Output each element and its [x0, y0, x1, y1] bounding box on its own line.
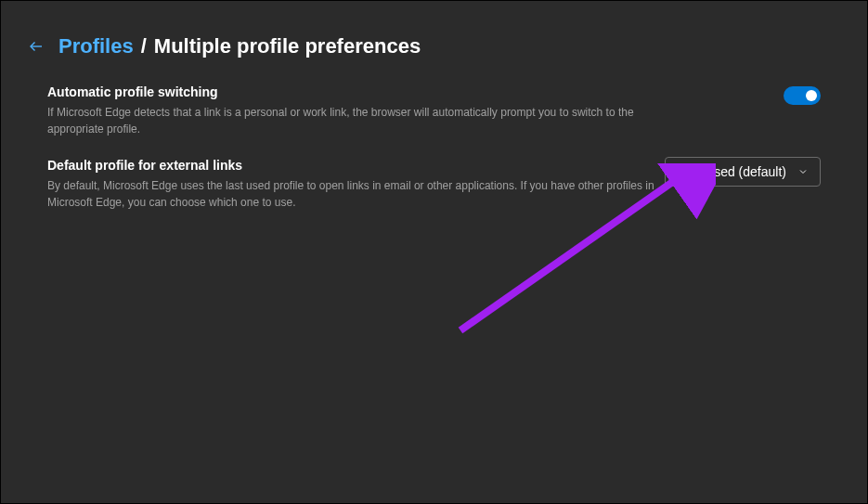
dropdown-selected-label: Last used (default)	[679, 164, 786, 179]
default-profile-dropdown[interactable]: Last used (default)	[665, 157, 821, 187]
setting-title: Automatic profile switching	[47, 84, 679, 99]
setting-default-profile: Default profile for external links By de…	[47, 158, 821, 211]
breadcrumb-current: Multiple profile preferences	[154, 34, 421, 58]
setting-auto-switch: Automatic profile switching If Microsoft…	[47, 84, 821, 137]
setting-title: Default profile for external links	[47, 158, 665, 173]
breadcrumb-parent-link[interactable]: Profiles	[58, 34, 134, 58]
auto-switch-toggle[interactable]	[784, 86, 821, 105]
setting-description: By default, Microsoft Edge uses the last…	[47, 177, 665, 211]
setting-description: If Microsoft Edge detects that a link is…	[47, 104, 679, 137]
back-button[interactable]	[27, 37, 45, 56]
breadcrumb: Profiles / Multiple profile preferences	[58, 34, 421, 58]
chevron-down-icon	[797, 166, 809, 177]
toggle-knob	[806, 90, 817, 101]
breadcrumb-separator: /	[141, 34, 147, 58]
